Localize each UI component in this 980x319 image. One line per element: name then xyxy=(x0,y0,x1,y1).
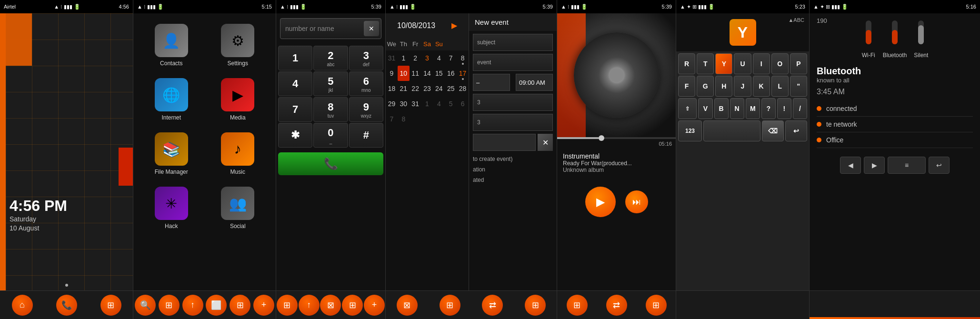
kb-key-i[interactable]: I xyxy=(753,53,770,74)
kb-key-enter[interactable]: ↩ xyxy=(785,120,807,141)
cal-day-24[interactable]: 24 xyxy=(433,81,445,96)
app-media[interactable]: ▶ Media xyxy=(205,72,271,127)
call-button[interactable]: 📞 xyxy=(278,152,383,175)
cal-day-31[interactable]: 31 xyxy=(410,96,421,111)
event-clear-button[interactable]: ✕ xyxy=(538,134,553,151)
apps-nav-up[interactable]: ↑ xyxy=(182,295,203,316)
kb-key-t[interactable]: T xyxy=(697,53,714,74)
cal-day-16[interactable]: 16 xyxy=(445,66,457,81)
bt-network-office[interactable]: Office xyxy=(817,132,973,148)
app-social[interactable]: 👥 Social xyxy=(205,181,271,235)
dialer-nav-5[interactable]: + xyxy=(364,295,385,316)
apps-nav-office[interactable]: ⬜ xyxy=(206,295,227,316)
app-music[interactable]: ♪ Music xyxy=(205,127,271,181)
cal-day-23[interactable]: 23 xyxy=(421,81,433,96)
cal-nav-1[interactable]: ⊠ xyxy=(397,295,418,316)
kb-key-123[interactable]: 123 xyxy=(678,120,702,141)
kb-key-l[interactable]: L xyxy=(771,76,789,97)
bt-ctrl-menu[interactable]: ≡ xyxy=(888,157,926,174)
cal-day-28[interactable]: 28 xyxy=(457,81,469,96)
apps-nav-eq2[interactable]: ⊞ xyxy=(230,295,250,316)
kb-key-exclaim[interactable]: ! xyxy=(777,98,791,119)
event-subject-field[interactable]: subject xyxy=(473,34,553,51)
cal-day-4-next[interactable]: 4 xyxy=(433,96,445,111)
bt-ctrl-prev[interactable]: ◀ xyxy=(840,157,861,174)
cal-day-31-prev[interactable]: 31 xyxy=(386,50,398,66)
app-settings[interactable]: ⚙ Settings xyxy=(205,18,271,72)
bt-ctrl-play[interactable]: ▶ xyxy=(864,157,885,174)
kb-key-b[interactable]: B xyxy=(714,98,729,119)
kb-key-f[interactable]: F xyxy=(678,76,695,97)
event-event-field[interactable]: event xyxy=(473,54,553,71)
cal-day-1-next[interactable]: 1 xyxy=(421,96,433,111)
dialer-nav-1[interactable]: ⊞ xyxy=(277,295,298,316)
dialer-delete-button[interactable]: ✕ xyxy=(364,21,379,36)
cal-day-18[interactable]: 18 xyxy=(386,81,398,96)
cal-day-6-next[interactable]: 6 xyxy=(457,96,469,111)
kb-key-o[interactable]: O xyxy=(771,53,789,74)
kb-key-question[interactable]: ? xyxy=(761,98,776,119)
kb-key-n[interactable]: N xyxy=(730,98,744,119)
dial-key-5[interactable]: 5jkl xyxy=(313,71,348,96)
event-location-field[interactable] xyxy=(473,134,536,151)
cal-day-3[interactable]: 3 xyxy=(421,50,433,66)
bt-network-te[interactable]: te network xyxy=(817,117,973,132)
dial-key-7[interactable]: 7 xyxy=(278,97,312,122)
cal-day-4[interactable]: 4 xyxy=(433,50,445,66)
bt-ctrl-enter[interactable]: ↩ xyxy=(929,157,950,174)
cal-day-9[interactable]: 9 xyxy=(386,66,398,81)
cal-day-10-today[interactable]: 10 xyxy=(398,66,410,81)
dialer-input-field[interactable]: number or name ✕ xyxy=(280,18,381,39)
cal-day-7[interactable]: 7 xyxy=(445,50,457,66)
cal-day-7-next[interactable]: 7 xyxy=(386,111,398,127)
event-time-end[interactable]: 09:00 AM xyxy=(516,74,553,91)
dial-key-star[interactable]: ✱ xyxy=(278,123,312,148)
kb-key-v[interactable]: V xyxy=(698,98,712,119)
app-filemanager[interactable]: 📚 File Manager xyxy=(138,127,205,181)
dial-key-1[interactable]: 1 xyxy=(278,46,312,70)
cal-day-8-next[interactable]: 8 xyxy=(398,111,410,127)
app-hack[interactable]: ✳ Hack xyxy=(138,181,205,235)
kb-key-delete[interactable]: ⌫ xyxy=(762,120,784,141)
cal-nav-2[interactable]: ⊞ xyxy=(440,295,460,316)
kb-key-p[interactable]: P xyxy=(790,53,807,74)
kb-key-quote[interactable]: " xyxy=(790,76,807,97)
cal-day-22[interactable]: 22 xyxy=(410,81,421,96)
cal-nav-eq[interactable]: ⊞ xyxy=(525,295,546,316)
skip-button[interactable]: ⏭ xyxy=(625,190,648,213)
cal-day-15[interactable]: 15 xyxy=(433,66,445,81)
event-field-3[interactable]: 3 xyxy=(473,94,553,111)
cal-day-30[interactable]: 30 xyxy=(398,96,410,111)
dialer-nav-4[interactable]: ⊞ xyxy=(342,295,363,316)
play-button[interactable]: ▶ xyxy=(585,187,616,217)
dialer-nav-3[interactable]: ⊠ xyxy=(320,295,341,316)
apps-nav-search[interactable]: 🔍 xyxy=(135,295,156,316)
kb-key-y[interactable]: Y xyxy=(715,53,732,74)
cal-nav-shuffle[interactable]: ⇄ xyxy=(482,295,503,316)
kb-key-h[interactable]: H xyxy=(715,76,732,97)
dialer-nav-2[interactable]: ↑ xyxy=(299,295,320,316)
dial-key-9[interactable]: 9wxyz xyxy=(349,97,383,122)
cal-day-11[interactable]: 11 xyxy=(410,66,421,81)
cal-day-17[interactable]: 17 xyxy=(457,66,469,81)
apps-nav-plus[interactable]: + xyxy=(253,295,274,316)
kb-key-shift[interactable]: ⇧ xyxy=(678,98,697,119)
app-internet[interactable]: 🌐 Internet xyxy=(138,72,205,127)
kb-key-m[interactable]: M xyxy=(746,98,760,119)
cal-day-1[interactable]: 1 xyxy=(398,50,410,66)
kb-key-k[interactable]: K xyxy=(753,76,770,97)
dial-key-hash[interactable]: # xyxy=(349,123,383,148)
dial-key-3[interactable]: 3def xyxy=(349,46,383,70)
player-progress-bar[interactable] xyxy=(557,137,676,139)
dial-key-0[interactable]: 0_ xyxy=(313,123,348,148)
event-field-3b[interactable]: 3 xyxy=(473,114,553,131)
music-nav-shuffle[interactable]: ⇄ xyxy=(606,295,627,316)
bt-network-connected[interactable]: connected xyxy=(817,101,973,117)
cal-day-2[interactable]: 2 xyxy=(410,50,421,66)
home-nav-equalizer[interactable]: ⊞ xyxy=(100,295,121,316)
kb-key-u[interactable]: U xyxy=(734,53,751,74)
dial-key-4[interactable]: 4 xyxy=(278,71,312,96)
apps-nav-eq[interactable]: ⊞ xyxy=(159,295,180,316)
home-nav-phone[interactable]: 📞 xyxy=(56,295,77,316)
kb-key-space[interactable] xyxy=(703,120,760,141)
